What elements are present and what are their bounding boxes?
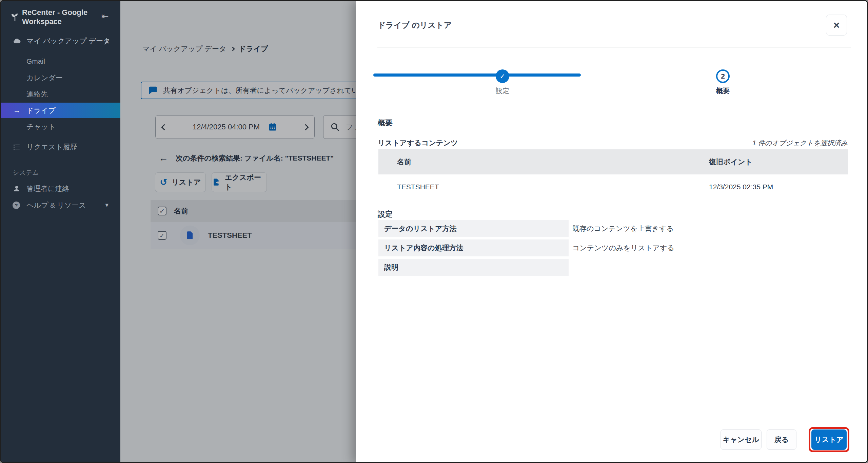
summary-col-recovery-point: 復旧ポイント xyxy=(709,157,752,167)
sidebar-item-label: Gmail xyxy=(26,57,45,65)
sidebar-item-contact-admin[interactable]: 管理者に連絡 xyxy=(1,182,120,195)
setting-label: 説明 xyxy=(384,262,398,272)
sidebar-divider xyxy=(1,159,120,159)
step-2-circle: 2 xyxy=(716,69,730,83)
sidebar-item-label: ヘルプ & リソース xyxy=(26,201,86,210)
sidebar-item-drive[interactable]: → ドライブ xyxy=(1,103,120,118)
sidebar-group-label: マイ バックアップ データ xyxy=(26,36,111,46)
settings-heading: 設定 xyxy=(378,209,393,219)
setting-value: コンテンツのみをリストアする xyxy=(572,239,674,256)
list-icon xyxy=(13,143,21,151)
step-1-label: 設定 xyxy=(475,86,530,96)
summary-table: 名前 復旧ポイント TESTSHEET 12/3/2025 02:35 PM xyxy=(378,149,848,199)
sidebar-item-label: リクエスト履歴 xyxy=(26,142,77,152)
restore-confirm-button[interactable]: リストア xyxy=(811,429,847,450)
step-1-circle: ✓ xyxy=(496,69,509,83)
close-icon: × xyxy=(833,19,840,31)
summary-table-header: 名前 復旧ポイント xyxy=(378,149,848,174)
app-window: マイ バックアップ データ ドライブ 共有オブジェクトは、所有者によってバックア… xyxy=(0,0,868,463)
cancel-button[interactable]: キャンセル xyxy=(721,429,762,450)
back-label: 戻る xyxy=(774,435,789,444)
step-2-label: 概要 xyxy=(696,86,750,96)
caret-up-icon: ▲ xyxy=(104,38,110,44)
setting-value: 既存のコンテンツを上書きする xyxy=(572,220,674,237)
check-icon: ✓ xyxy=(500,72,506,80)
sidebar-item-chat[interactable]: チャット xyxy=(1,120,120,133)
summary-row-name: TESTSHEET xyxy=(397,183,709,191)
summary-row-recovery-point: 12/3/2025 02:35 PM xyxy=(709,183,773,191)
setting-row-content-handling: リストア内容の処理方法 xyxy=(378,239,569,256)
summary-col-name: 名前 xyxy=(397,157,709,167)
modal-header-divider xyxy=(377,47,851,48)
restore-modal: ドライブ のリストア × ✓ 設定 2 概要 概要 リストアするコンテンツ 1 … xyxy=(356,1,868,463)
sidebar-item-request-history[interactable]: リクエスト履歴 xyxy=(1,140,120,154)
content-to-restore-heading: リストアするコンテンツ xyxy=(378,138,458,148)
person-icon xyxy=(13,185,21,193)
sidebar-item-label: 連絡先 xyxy=(26,89,48,99)
setting-label: リストア内容の処理方法 xyxy=(384,243,463,253)
summary-table-row: TESTSHEET 12/3/2025 02:35 PM xyxy=(378,174,848,199)
sidebar-group-my-backup-data[interactable]: マイ バックアップ データ ▲ xyxy=(1,34,120,48)
sidebar: ReCenter - Google Workspace ⇤ マイ バックアップ … xyxy=(1,1,120,463)
sidebar-item-help-resources[interactable]: ? ヘルプ & リソース ▼ xyxy=(1,198,120,212)
back-button[interactable]: 戻る xyxy=(767,429,796,450)
setting-row-description: 説明 xyxy=(378,259,569,276)
collapse-sidebar-icon[interactable]: ⇤ xyxy=(101,11,109,22)
sidebar-item-contacts[interactable]: 連絡先 xyxy=(1,87,120,101)
help-icon: ? xyxy=(13,202,20,209)
caret-down-icon: ▼ xyxy=(104,202,110,208)
stepper-connector xyxy=(373,73,581,77)
selection-count-note: 1 件のオブジェクトを選択済み xyxy=(752,139,848,148)
sidebar-item-label: カレンダー xyxy=(26,73,63,83)
sidebar-item-label: ドライブ xyxy=(26,106,56,115)
step-2-number: 2 xyxy=(721,72,725,80)
sidebar-item-label: 管理者に連絡 xyxy=(26,184,70,193)
sidebar-section-system: システム xyxy=(13,168,39,177)
app-logo-icon xyxy=(10,12,20,23)
sidebar-item-calendar[interactable]: カレンダー xyxy=(1,71,120,85)
cloud-icon xyxy=(13,37,21,45)
close-button[interactable]: × xyxy=(826,15,847,36)
setting-label: データのリストア方法 xyxy=(384,224,456,233)
modal-title: ドライブ のリストア xyxy=(378,20,452,30)
cancel-label: キャンセル xyxy=(723,435,759,444)
sidebar-item-label: チャット xyxy=(26,122,56,131)
restore-confirm-label: リストア xyxy=(814,435,844,444)
summary-heading: 概要 xyxy=(378,118,393,128)
setting-row-restore-method: データのリストア方法 xyxy=(378,220,569,237)
arrow-right-icon: → xyxy=(13,106,21,115)
app-title: ReCenter - Google Workspace xyxy=(22,8,100,26)
sidebar-item-gmail[interactable]: Gmail xyxy=(1,55,120,68)
